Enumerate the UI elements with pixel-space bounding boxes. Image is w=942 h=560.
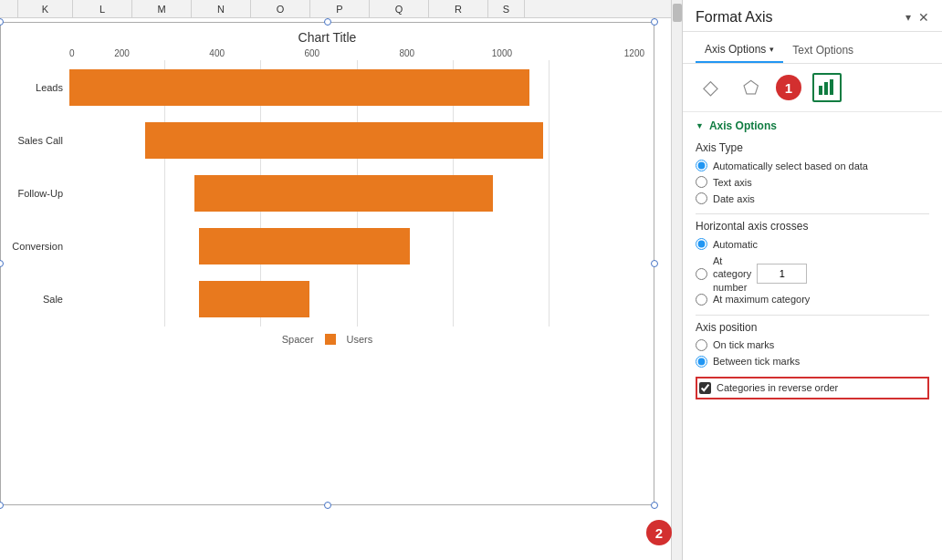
svg-rect-2 (830, 79, 833, 95)
col-header-r: R (429, 0, 488, 17)
col-header-p: P (310, 0, 370, 17)
resize-handle-right[interactable] (651, 260, 658, 267)
reverse-order-label: Categories in reverse order (717, 382, 838, 393)
radio-between-tick[interactable]: Between tick marks (696, 356, 929, 368)
bar-row-sale: Sale (69, 281, 644, 317)
section-triangle: ▼ (696, 121, 704, 130)
scrollbar-thumb[interactable] (673, 4, 682, 22)
bar-fill-follow-up (194, 175, 494, 212)
radio-on-tick-label: On tick marks (713, 339, 774, 350)
fill-line-icon-btn[interactable]: ◇ (696, 73, 725, 102)
chart-container: Chart Title 0 200 400 600 800 1000 1200 (0, 22, 654, 505)
effects-icon-btn[interactable]: ⬠ (736, 73, 765, 102)
bar-label-conversion: Conversion (1, 241, 63, 252)
number-label: number (713, 281, 751, 294)
tab-text-options[interactable]: Text Options (783, 39, 863, 63)
bar-fill-sales-call (145, 122, 543, 159)
x-label-1200: 1200 (550, 48, 644, 58)
chart-title: Chart Title (1, 23, 654, 48)
bar-fill-sale (199, 281, 309, 317)
icon-row: ◇ ⬠ 1 (683, 64, 942, 112)
bar-label-sale: Sale (1, 294, 63, 305)
radio-on-tick-input[interactable] (696, 339, 707, 351)
bar-row-leads: Leads (69, 69, 644, 106)
resize-handle-br[interactable] (651, 502, 658, 509)
panel-header: Format Axis ▾ ✕ (683, 0, 942, 32)
bar-row-follow-up: Follow-Up (69, 175, 644, 212)
format-panel: Format Axis ▾ ✕ Axis Options ▾ Text Opti… (682, 0, 942, 560)
legend-users-label: Users (347, 334, 373, 345)
bar-row-conversion: Conversion (69, 228, 644, 264)
spreadsheet-area: K L M N O P Q R S Chart Title 0 200 400 … (0, 0, 671, 560)
panel-header-icons: ▾ ✕ (905, 11, 929, 24)
at-category-number-input[interactable] (757, 264, 807, 284)
radio-auto[interactable]: Automatically select based on data (696, 160, 929, 171)
bar-label-sales-call: Sales Call (1, 135, 63, 146)
radio-at-max-label: At maximum category (713, 294, 810, 305)
bar-chart-icon-btn[interactable] (812, 73, 842, 102)
col-header-q: Q (370, 0, 429, 17)
radio-auto-label: Automatically select based on data (713, 161, 868, 171)
radio-automatic-input[interactable] (696, 238, 707, 250)
tab-axis-options[interactable]: Axis Options ▾ (696, 39, 783, 63)
at-category-labels: At category number (713, 254, 751, 294)
divider-1 (696, 213, 929, 214)
section-header-axis-options[interactable]: ▼ Axis Options (696, 112, 929, 138)
radio-text-input[interactable] (696, 176, 707, 188)
resize-handle-tr[interactable] (651, 18, 658, 26)
resize-handle-bl[interactable] (0, 502, 4, 509)
panel-tabs: Axis Options ▾ Text Options (683, 32, 942, 64)
radio-at-max[interactable]: At maximum category (696, 294, 929, 306)
chart-legend: Spacer Users (1, 334, 654, 345)
radio-between-tick-label: Between tick marks (713, 356, 800, 367)
radio-between-tick-input[interactable] (696, 356, 707, 368)
bar-fill-conversion (199, 228, 410, 264)
resize-handle-top[interactable] (324, 18, 331, 26)
bar-row-sales-call: Sales Call (69, 122, 644, 159)
radio-text[interactable]: Text axis (696, 176, 929, 188)
category-label: category (713, 267, 751, 280)
radio-date[interactable]: Date axis (696, 192, 929, 204)
axis-type-group: Axis Type Automatically select based on … (696, 141, 929, 204)
x-label-800: 800 (360, 48, 455, 58)
col-header-s: S (488, 0, 525, 17)
radio-auto-input[interactable] (696, 160, 707, 171)
at-label: At (713, 254, 751, 267)
radio-automatic[interactable]: Automatic (696, 238, 929, 250)
resize-handle-bottom[interactable] (324, 502, 331, 509)
tab-axis-options-label: Axis Options (705, 43, 766, 56)
panel-dropdown-icon[interactable]: ▾ (905, 11, 911, 24)
radio-at-max-input[interactable] (696, 294, 707, 306)
badge-2: 2 (646, 520, 671, 545)
col-headers: K L M N O P Q R S (0, 0, 671, 18)
x-label-600: 600 (265, 48, 360, 58)
bar-chart-svg (818, 78, 836, 97)
divider-2 (696, 315, 929, 316)
axis-type-label: Axis Type (696, 141, 929, 154)
col-header-n: N (192, 0, 251, 17)
col-header-k: K (18, 0, 73, 17)
axis-position-label: Axis position (696, 321, 929, 334)
section-title: Axis Options (709, 119, 777, 132)
col-header-o: O (251, 0, 310, 17)
svg-rect-1 (824, 82, 828, 95)
x-label-400: 400 (170, 48, 265, 58)
col-header-l: L (73, 0, 132, 17)
radio-on-tick[interactable]: On tick marks (696, 339, 929, 351)
radio-text-label: Text axis (713, 177, 752, 188)
at-category-row: At category number (696, 254, 929, 294)
bar-label-follow-up: Follow-Up (1, 188, 63, 199)
axis-position-group: Axis position On tick marks Between tick… (696, 321, 929, 368)
panel-close-button[interactable]: ✕ (918, 11, 929, 24)
radio-date-input[interactable] (696, 192, 707, 204)
x-label-200: 200 (75, 48, 170, 58)
col-header-m: M (132, 0, 192, 17)
radio-at-category-input[interactable] (696, 268, 707, 280)
categories-reverse-row: Categories in reverse order (696, 377, 929, 399)
radio-automatic-label: Automatic (713, 239, 758, 250)
panel-content: ▼ Axis Options Axis Type Automatically s… (683, 112, 942, 560)
scrollbar[interactable] (671, 0, 682, 560)
reverse-order-checkbox[interactable] (699, 382, 711, 394)
svg-rect-0 (819, 86, 822, 95)
horizontal-crosses-group: Horizontal axis crosses Automatic At cat… (696, 220, 929, 306)
